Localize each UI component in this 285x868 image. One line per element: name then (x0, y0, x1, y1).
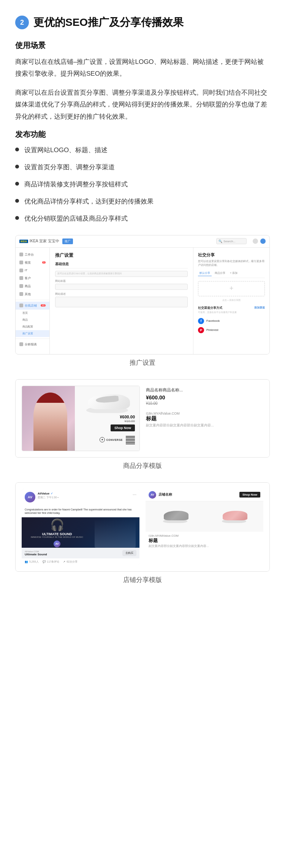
topbar-search[interactable]: 🔍 Search... (216, 238, 247, 244)
sidebar-sub-promo[interactable]: 推广设置 (16, 330, 49, 337)
store-logo-area: AV 店铺名称 (149, 491, 172, 499)
admin-body: 工作台 视觉 5 IT 客户 (16, 248, 269, 354)
topbar-logo: IKEA IKEA 宜家 宝宝中 (19, 238, 59, 244)
social-add-image-area[interactable]: + (198, 281, 265, 296)
shoe-upper (88, 394, 130, 409)
fb-post-name: AllValue (38, 492, 49, 495)
usage-paragraph-1: 商家可以在在线店铺–推广设置，设置网站LOGO、网站标题、网站描述，更便于网站被… (15, 56, 270, 80)
shoe-visual (84, 392, 130, 413)
bell-icon[interactable] (253, 238, 258, 244)
sidebar-sub-home[interactable]: 首页 (16, 310, 49, 316)
topbar-logo-text: IKEA 宜家 宝宝中 (30, 238, 59, 244)
sidebar-item-label: 客户 (25, 276, 31, 280)
fb-action-shares[interactable]: ↗ 62次分享 (63, 560, 78, 564)
sidebar-item-it[interactable]: IT (16, 267, 49, 274)
promo-description-input[interactable] (55, 297, 188, 307)
store-post-header: AV 店铺名称 Shop Now (146, 489, 263, 501)
sidebar-item-customer[interactable]: 客户 (16, 274, 49, 282)
fb-action-comments[interactable]: 💬 117条评论 (43, 560, 60, 564)
product-right-info: 商品名称商品名称... ¥600.00 ¥10.00 I18n.MYAllVal… (146, 386, 263, 451)
promo-panel: 推广设置 基础信息 您可以在这里进行SEO设置，让您的商品更容易被搜索引擎找到 … (50, 248, 193, 354)
topbar-icons (253, 238, 266, 244)
usage-paragraph-2: 商家可以在后台设置首页分享图、调整分享渠道及分享按钮样式。同时我们结合不同社交媒… (15, 87, 270, 122)
social-channel-facebook[interactable]: f Facebook (198, 316, 265, 326)
eye-icon (19, 261, 23, 264)
fb-image-subtitle: IMMERSE YOURSELF IN THE WORLD OF MUSIC (31, 536, 83, 538)
fb-link-button[interactable]: 去购买 (122, 550, 136, 556)
facebook-icon: f (198, 318, 204, 324)
promo-field-title: 网站标题 (55, 279, 188, 290)
admin-topbar: IKEA IKEA 宜家 宝宝中 推广 🔍 Search... (16, 235, 269, 248)
bullet-text: 设置首页分享图、调整分享渠道 (24, 162, 115, 173)
store-url: I18n.MYAllValue.COM (149, 534, 260, 537)
store-desc: 副文案内容部分副文案内容部分副文案内容... (149, 544, 260, 548)
admin-main: 推广设置 基础信息 您可以在这里进行SEO设置，让您的商品更容易被搜索引擎找到 … (50, 248, 269, 354)
sidebar-sub-config[interactable]: 商品配置 (16, 323, 49, 330)
comment-icon: 💬 (43, 560, 46, 563)
shop-now-button[interactable]: Shop Now (111, 424, 135, 431)
social-tab-default[interactable]: 默认分享 (198, 270, 212, 276)
social-tabs: 默认分享 商品分享 + 添加 (198, 270, 265, 278)
sidebar-divider (16, 339, 49, 339)
product-price-strike: ¥10.00 (146, 401, 263, 405)
user-icon[interactable] (260, 238, 266, 244)
fb-verified-icon: ✓ (51, 492, 53, 495)
social-panel-desc: 您可以在这里设置分享到各社交媒体的样式，吸引更多用户访问您的店铺。 (198, 259, 265, 267)
topbar-blue-button[interactable]: 推广 (62, 238, 73, 244)
sidebar-item-products[interactable]: 商品 (16, 282, 49, 290)
more-icon (19, 292, 23, 296)
fb-image-content: 🎧 ULTIMATE SOUND IMMERSE YOURSELF IN THE… (22, 517, 92, 548)
usage-section: 使用场景 商家可以在在线店铺–推广设置，设置网站LOGO、网站标题、网站描述，更… (15, 40, 270, 122)
bullet-list: 设置网站LOGO、标题、描述 设置首页分享图、调整分享渠道 商品详情装修支持调整… (15, 145, 270, 224)
social-tab-product[interactable]: 商品分享 (213, 270, 227, 276)
shoe-swoosh (95, 396, 119, 404)
sidebar-item-dashboard[interactable]: 工作台 (16, 251, 49, 259)
sidebar-badge: 45 (41, 304, 46, 307)
store-shop-button[interactable]: Shop Now (239, 492, 260, 498)
fb-actions: 👥 5,293人 💬 117条评论 ↗ 62次分享 (22, 558, 139, 565)
store-name: 店铺名称 (158, 492, 172, 497)
product-shoe-image: ¥600.00 ¥10.00 Shop Now ★ CONVERSE (75, 386, 139, 451)
sidebar-sub-products[interactable]: 商品 (16, 316, 49, 323)
sidebar-item-label: 分析报表 (25, 342, 37, 347)
fb-post-meta: AllValue ✓ 星期二 下午1:30 • (38, 492, 130, 499)
social-channel-pinterest[interactable]: P Pinterest (198, 326, 265, 335)
store-shoe-item-2 (204, 501, 263, 532)
bullet-dot (15, 199, 19, 203)
fb-link-info: AllValue.COM Ultimate Sound (25, 550, 122, 556)
fb-post-image: 🎧 ULTIMATE SOUND IMMERSE YOURSELF IN THE… (22, 517, 139, 548)
features-heading: 发布功能 (15, 129, 270, 140)
mockup2-caption: 商品分享模版 (15, 461, 270, 470)
sidebar-item-store[interactable]: 在线店铺 45 (16, 302, 49, 310)
promo-field-label: 网站标题 (55, 279, 188, 283)
allvalue-avatar: AV (25, 492, 35, 502)
sidebar-item-other[interactable]: 其他 (16, 290, 49, 298)
comments-count: 117条评论 (47, 560, 60, 564)
usage-heading: 使用场景 (15, 40, 270, 51)
shoe-visual-small-2 (221, 510, 247, 523)
box-icon (19, 284, 23, 288)
promo-title-input[interactable] (55, 284, 188, 290)
admin-mockup-container: IKEA IKEA 宜家 宝宝中 推广 🔍 Search... (15, 235, 270, 355)
store-share-section: AV AllValue ✓ 星期二 下午1:30 • ··· Congratul… (15, 482, 270, 585)
fb-action-followers: 👥 5,293人 (25, 560, 39, 564)
sidebar-item-analytics[interactable]: 分析报表 (16, 340, 49, 348)
product-person-image (22, 386, 78, 451)
sidebar-item-label: IT (25, 269, 27, 272)
social-tab-add[interactable]: + 添加 (228, 270, 239, 276)
product-price: ¥600.00 (79, 415, 135, 419)
shares-count: 62次分享 (66, 560, 78, 564)
social-channel-link[interactable]: 添加渠道 (254, 306, 265, 310)
sidebar-item-visual[interactable]: 视觉 5 (16, 259, 49, 267)
fb-post-menu-icon[interactable]: ··· (133, 492, 136, 497)
promo-field-label: 网站描述 (55, 292, 188, 296)
section-title: 更优的SEO推广及分享传播效果 (33, 15, 184, 30)
product-left-card: ¥600.00 ¥10.00 Shop Now ★ CONVERSE (22, 386, 140, 451)
fb-brand-area: AV (54, 541, 60, 547)
product-image-area: ¥600.00 ¥10.00 Shop Now ★ CONVERSE (22, 386, 139, 451)
section-title-row: 2 更优的SEO推广及分享传播效果 (15, 15, 270, 30)
product-name: 商品名称商品名称... (146, 387, 263, 393)
features-section: 发布功能 设置网站LOGO、标题、描述 设置首页分享图、调整分享渠道 商品详情装… (15, 129, 270, 224)
qr-code (126, 435, 135, 444)
store-title: 标题 (149, 537, 260, 544)
